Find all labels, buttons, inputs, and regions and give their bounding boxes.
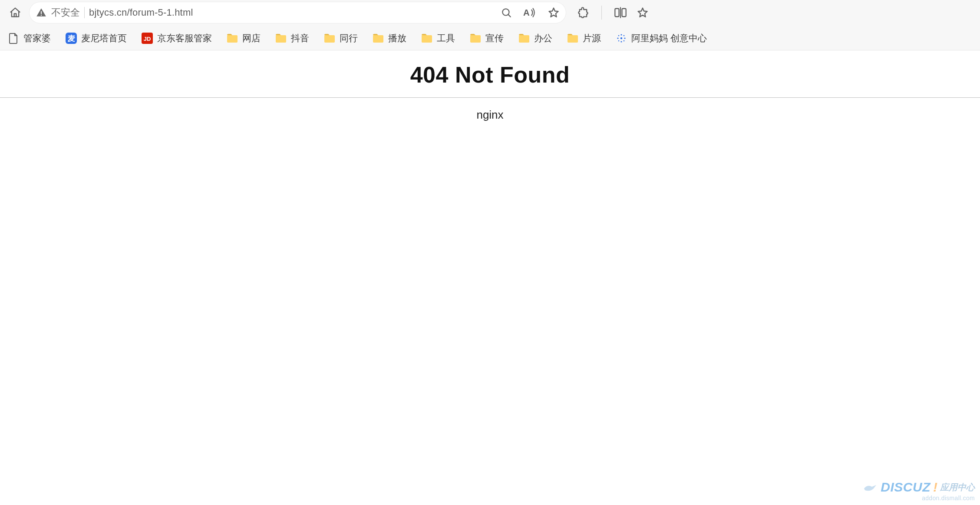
address-bar-left: 不安全 bjtycs.cn/forum-5-1.html	[36, 6, 193, 19]
svg-rect-13	[276, 35, 286, 43]
folder-icon	[373, 33, 384, 44]
bookmark-item[interactable]: JD京东客服管家	[140, 30, 214, 46]
bookmark-item[interactable]: 办公	[517, 30, 554, 46]
svg-point-28	[624, 40, 625, 41]
watermark-bang: !	[933, 480, 937, 495]
folder-icon	[470, 33, 481, 44]
svg-rect-5	[615, 9, 619, 17]
watermark-suffix: 应用中心	[940, 482, 975, 493]
page-content: 404 Not Found nginx	[0, 50, 980, 132]
bookmark-item[interactable]: 管家婆	[6, 30, 53, 46]
watermark-sub: addon.dismall.com	[863, 495, 975, 502]
bookmark-item[interactable]: 片源	[565, 30, 603, 46]
svg-rect-1	[41, 15, 42, 16]
home-icon	[9, 7, 21, 19]
address-bar[interactable]: 不安全 bjtycs.cn/forum-5-1.html A	[30, 2, 566, 23]
bookmark-item[interactable]: 抖音	[274, 30, 311, 46]
folder-icon	[324, 33, 335, 44]
svg-text:麦: 麦	[67, 34, 75, 43]
svg-point-20	[620, 37, 622, 39]
url-text: bjtycs.cn/forum-5-1.html	[89, 7, 193, 18]
folder-icon	[567, 33, 578, 44]
bookmark-item[interactable]: 工具	[419, 30, 457, 46]
insecure-warning-icon	[36, 7, 47, 18]
bookmark-item[interactable]: 同行	[322, 30, 360, 46]
bookmark-label: 播放	[388, 32, 406, 44]
watermark: DISCUZ ! 应用中心 addon.dismall.com	[863, 480, 975, 502]
bookmark-label: 工具	[437, 32, 455, 44]
svg-point-22	[620, 41, 622, 42]
bookmark-label: 宣传	[485, 32, 504, 44]
server-name: nginx	[0, 98, 980, 132]
svg-text:A: A	[523, 8, 530, 17]
folder-icon	[421, 33, 432, 44]
jd-icon: JD	[142, 33, 153, 44]
svg-rect-15	[373, 35, 383, 43]
svg-rect-17	[470, 35, 481, 43]
svg-rect-16	[422, 35, 432, 43]
svg-point-23	[617, 37, 618, 39]
security-label: 不安全	[51, 6, 80, 19]
bookmark-label: 阿里妈妈 创意中心	[631, 32, 707, 44]
svg-rect-12	[227, 35, 238, 43]
watermark-brand: DISCUZ	[881, 480, 931, 495]
bookmarks-bar: 管家婆麦麦尼塔首页JD京东客服管家网店抖音同行播放工具宣传办公片源阿里妈妈 创意…	[0, 26, 980, 50]
mai-icon: 麦	[66, 33, 77, 44]
svg-text:JD: JD	[144, 36, 151, 42]
read-aloud-icon[interactable]: A	[523, 7, 536, 18]
home-button[interactable]	[4, 2, 26, 23]
search-icon[interactable]	[501, 7, 512, 18]
bookmark-label: 网店	[242, 32, 261, 44]
svg-rect-18	[519, 35, 529, 43]
folder-icon	[227, 33, 238, 44]
extensions-puzzle-icon[interactable]	[577, 7, 589, 19]
svg-point-26	[624, 35, 625, 36]
bookmark-label: 办公	[534, 32, 552, 44]
favorite-star-icon[interactable]	[548, 7, 560, 19]
svg-rect-14	[324, 35, 335, 43]
svg-rect-0	[41, 11, 42, 14]
svg-rect-6	[622, 9, 626, 17]
favorites-star-icon[interactable]	[637, 7, 649, 19]
svg-point-25	[618, 35, 620, 36]
bird-icon	[863, 482, 878, 492]
toolbar-right-icons	[577, 6, 649, 20]
bookmark-label: 片源	[583, 32, 601, 44]
bookmark-item[interactable]: 宣传	[468, 30, 505, 46]
browser-toolbar: 不安全 bjtycs.cn/forum-5-1.html A	[0, 0, 980, 26]
bookmark-label: 管家婆	[23, 32, 51, 44]
bookmark-label: 同行	[340, 32, 358, 44]
divider	[84, 7, 85, 18]
error-title: 404 Not Found	[0, 50, 980, 97]
address-bar-right: A	[501, 7, 560, 19]
bookmark-label: 麦尼塔首页	[81, 32, 127, 44]
svg-rect-19	[568, 35, 578, 43]
divider	[601, 6, 602, 20]
svg-point-27	[618, 40, 620, 41]
bookmark-item[interactable]: 阿里妈妈 创意中心	[614, 30, 709, 46]
svg-point-21	[620, 34, 622, 35]
page-icon	[8, 33, 19, 44]
svg-line-3	[508, 15, 511, 17]
bookmark-item[interactable]: 网店	[225, 30, 262, 46]
bookmark-label: 抖音	[291, 32, 309, 44]
folder-icon	[518, 33, 530, 44]
alimama-icon	[616, 33, 627, 44]
split-screen-icon[interactable]	[614, 7, 627, 19]
bookmark-item[interactable]: 播放	[371, 30, 408, 46]
folder-icon	[275, 33, 287, 44]
svg-point-24	[624, 37, 625, 39]
bookmark-item[interactable]: 麦麦尼塔首页	[64, 30, 129, 46]
bookmark-label: 京东客服管家	[157, 32, 212, 44]
